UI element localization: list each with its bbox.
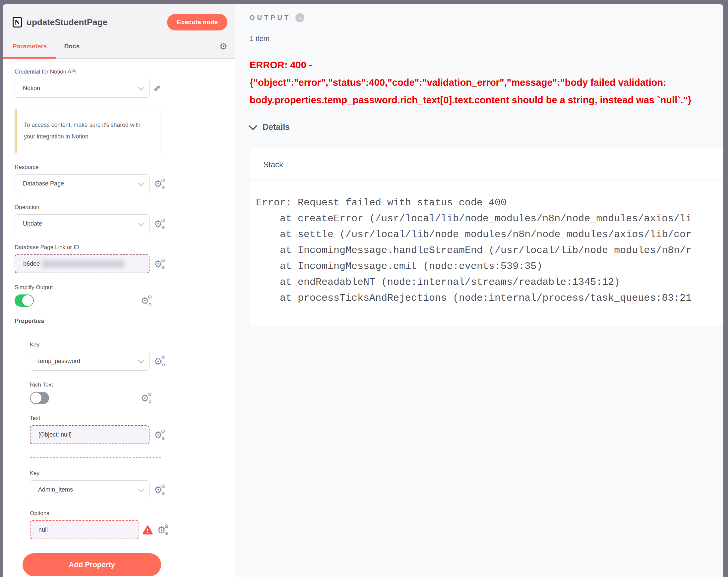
panel-header: N updateStudentPage Execute node Paramet…	[3, 4, 235, 59]
resource-field: Resource Database Page ⚙⚙⚙	[15, 164, 226, 193]
options-label: Options	[30, 510, 226, 517]
rich-text-field: Rich Text ⚙⚙⚙	[30, 382, 226, 404]
text-field: Text [Object: null] ⚙⚙⚙	[30, 415, 226, 444]
operation-field: Operation Update ⚙⚙⚙	[15, 204, 226, 233]
operation-select[interactable]: Update	[15, 214, 150, 233]
key-value: Admin_Items	[38, 486, 139, 493]
node-details-modal: N updateStudentPage Execute node Paramet…	[3, 4, 723, 577]
page-link-input[interactable]: b6dee	[15, 254, 150, 273]
active-tab-underline	[3, 57, 56, 59]
key-select[interactable]: temp_password	[30, 352, 150, 370]
operation-value: Update	[23, 220, 139, 227]
validation-warning-icon	[142, 525, 153, 535]
parameter-options-cogs-icon[interactable]: ⚙⚙⚙	[154, 484, 166, 496]
add-property-button[interactable]: Add Property	[23, 553, 161, 576]
credential-label: Credential for Notion API	[15, 68, 226, 75]
stack-card: Stack Error: Request failed with status …	[250, 147, 723, 325]
property-divider	[30, 458, 161, 458]
page-link-field: Database Page Link or ID b6dee ⚙⚙⚙	[15, 244, 226, 273]
parameter-options-cogs-icon[interactable]: ⚙⚙⚙	[154, 258, 166, 270]
operation-label: Operation	[15, 204, 226, 211]
parameter-options-cogs-icon[interactable]: ⚙⚙⚙	[154, 429, 166, 441]
details-label: Details	[263, 122, 290, 132]
options-field: Options null ⚙⚙⚙	[30, 510, 226, 539]
edit-credential-pencil-icon[interactable]: ✎	[153, 84, 162, 92]
info-icon[interactable]: i	[295, 13, 304, 22]
chevron-down-icon	[138, 84, 144, 90]
simplify-output-label: Simplify Output	[15, 284, 226, 291]
toggle-knob	[30, 392, 42, 404]
parameter-options-cogs-icon[interactable]: ⚙⚙⚙	[154, 218, 166, 230]
key-label: Key	[30, 470, 226, 477]
toggle-knob	[22, 295, 33, 306]
chevron-down-icon	[248, 121, 257, 131]
chevron-down-icon	[138, 486, 144, 492]
output-panel: OUTPUT i 1 item ERROR: 400 - {"object":"…	[235, 4, 723, 577]
notion-share-notice: To access content, make sure it's shared…	[15, 109, 161, 153]
text-value: [Object: null]	[38, 431, 143, 438]
parameter-options-cogs-icon[interactable]: ⚙⚙⚙	[154, 355, 166, 367]
resource-label: Resource	[15, 164, 226, 171]
node-title: updateStudentPage	[27, 17, 167, 27]
chevron-down-icon	[138, 220, 144, 226]
options-input[interactable]: null	[30, 520, 139, 539]
parameter-options-cogs-icon[interactable]: ⚙⚙⚙	[140, 295, 153, 307]
notion-icon: N	[12, 17, 22, 27]
redacted-blur	[41, 261, 125, 267]
parameter-options-cogs-icon[interactable]: ⚙⚙⚙	[154, 178, 166, 190]
execute-node-button[interactable]: Execute node	[167, 14, 228, 30]
page-link-value: b6dee	[23, 260, 40, 267]
key-label: Key	[30, 341, 226, 348]
text-label: Text	[30, 415, 226, 422]
parameters-panel: N updateStudentPage Execute node Paramet…	[3, 4, 235, 577]
key-select[interactable]: Admin_Items	[30, 480, 150, 499]
page-link-label: Database Page Link or ID	[15, 244, 226, 251]
text-input[interactable]: [Object: null]	[30, 425, 150, 444]
stack-trace: Error: Request failed with status code 4…	[250, 181, 723, 306]
tab-parameters[interactable]: Parameters	[12, 43, 47, 50]
credential-select[interactable]: Notion	[15, 79, 150, 98]
node-settings-gear-icon[interactable]: ⚙	[219, 42, 228, 51]
property-key-field: Key temp_password ⚙⚙⚙	[30, 341, 226, 370]
key-value: temp_password	[38, 358, 139, 365]
resource-value: Database Page	[23, 180, 139, 187]
error-message: ERROR: 400 - {"object":"error","status":…	[250, 56, 723, 109]
options-value: null	[38, 526, 133, 533]
parameter-options-cogs-icon[interactable]: ⚙⚙⚙	[140, 392, 153, 404]
output-header: OUTPUT	[250, 14, 291, 22]
property-key-field: Key Admin_Items ⚙⚙⚙	[30, 470, 226, 499]
items-count: 1 item	[250, 34, 723, 43]
chevron-down-icon	[138, 357, 144, 363]
rich-text-label: Rich Text	[30, 382, 226, 388]
details-toggle[interactable]: Details	[250, 122, 723, 132]
resource-select[interactable]: Database Page	[15, 174, 150, 193]
credential-value: Notion	[23, 85, 139, 92]
stack-title: Stack	[250, 147, 723, 181]
chevron-down-icon	[138, 180, 144, 186]
tab-docs[interactable]: Docs	[64, 43, 80, 50]
properties-section-label: Properties	[15, 318, 161, 330]
credential-field: Credential for Notion API Notion ✎	[15, 68, 226, 98]
rich-text-toggle[interactable]	[30, 392, 49, 404]
simplify-output-toggle[interactable]	[15, 295, 34, 307]
simplify-output-field: Simplify Output ⚙⚙⚙	[15, 284, 226, 307]
parameter-options-cogs-icon[interactable]: ⚙⚙⚙	[157, 524, 169, 536]
